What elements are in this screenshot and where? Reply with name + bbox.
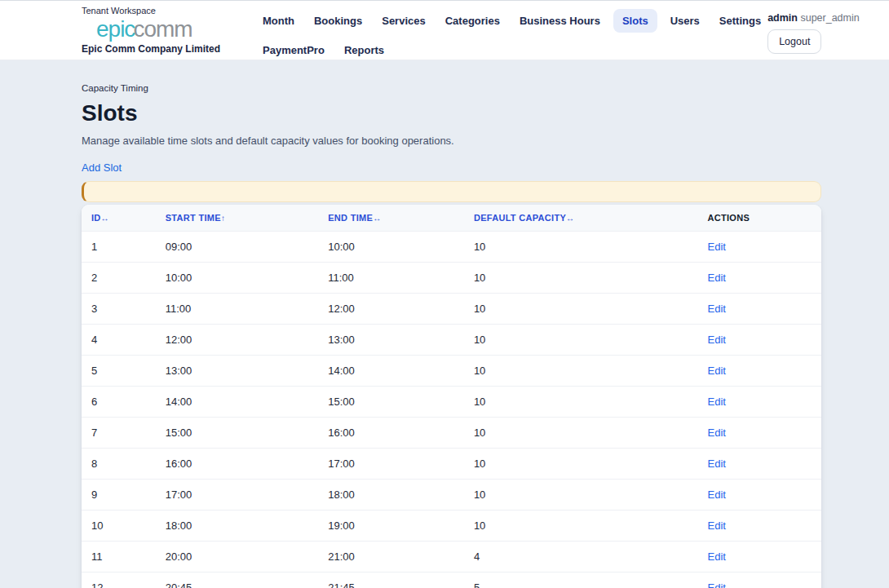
cell-capacity: 10 [464,263,698,294]
table-row: 1120:0021:004Edit [82,542,821,573]
cell-id: 9 [82,480,156,511]
nav-row-2: PaymentProReports [256,38,767,62]
cell-end: 13:00 [318,325,464,356]
user-role: super_admin [800,12,859,24]
cell-actions: Edit [698,387,822,418]
cell-capacity: 10 [464,480,698,511]
table-row: 715:0016:0010Edit [82,418,821,449]
edit-slot-link[interactable]: Edit [708,365,726,377]
table-row: 412:0013:0010Edit [82,325,821,356]
nav-item-settings[interactable]: Settings [713,9,767,33]
slots-table-card: ID↔START TIME↑END TIME↔DEFAULT CAPACITY↔… [82,205,821,588]
cell-end: 11:00 [318,263,464,294]
cell-end: 10:00 [318,232,464,263]
column-header-default-capacity[interactable]: DEFAULT CAPACITY↔ [464,205,698,232]
edit-slot-link[interactable]: Edit [708,581,726,588]
logo-part-teal: epic [96,16,135,42]
nav-row-1: MonthBookingsServicesCategoriesBusiness … [256,9,767,33]
edit-slot-link[interactable]: Edit [708,427,726,439]
cell-id: 7 [82,418,156,449]
cell-id: 4 [82,325,156,356]
cell-start: 14:00 [156,387,319,418]
cell-end: 12:00 [318,294,464,325]
cell-start: 15:00 [156,418,319,449]
page-description: Manage available time slots and default … [82,135,821,147]
cell-start: 20:00 [156,542,319,573]
cell-capacity: 10 [464,325,698,356]
top-header: Tenant Workspace epiccomm Epic Comm Comp… [0,0,889,60]
cell-end: 14:00 [318,356,464,387]
cell-id: 12 [82,573,156,588]
cell-end: 16:00 [318,418,464,449]
page-title: Slots [82,100,821,126]
cell-id: 11 [82,542,156,573]
cell-id: 8 [82,449,156,480]
nav-item-reports[interactable]: Reports [338,38,391,62]
column-header-end-time[interactable]: END TIME↔ [318,205,464,232]
add-slot-link[interactable]: Add Slot [82,161,122,174]
cell-capacity: 10 [464,294,698,325]
cell-actions: Edit [698,542,822,573]
cell-start: 20:45 [156,573,319,588]
workspace-label: Tenant Workspace [82,6,237,15]
nav-item-services[interactable]: Services [375,9,432,33]
edit-slot-link[interactable]: Edit [708,334,726,346]
edit-slot-link[interactable]: Edit [708,241,726,253]
table-row: 1018:0019:0010Edit [82,511,821,542]
logout-button[interactable]: Logout [767,29,821,54]
sort-ascending-icon: ↑ [221,214,225,223]
main-nav: MonthBookingsServicesCategoriesBusiness … [237,1,767,68]
table-row: 917:0018:0010Edit [82,480,821,511]
cell-capacity: 10 [464,418,698,449]
cell-capacity: 10 [464,232,698,263]
cell-capacity: 5 [464,573,698,588]
cell-end: 17:00 [318,449,464,480]
cell-actions: Edit [698,263,822,294]
edit-slot-link[interactable]: Edit [708,489,726,501]
nav-item-business-hours[interactable]: Business Hours [513,9,607,33]
user-name: admin [767,12,798,24]
sort-toggle-icon: ↔ [566,214,574,223]
nav-item-month[interactable]: Month [256,9,301,33]
column-header-start-time[interactable]: START TIME↑ [156,205,319,232]
cell-id: 2 [82,263,156,294]
edit-slot-link[interactable]: Edit [708,458,726,470]
table-header-row: ID↔START TIME↑END TIME↔DEFAULT CAPACITY↔… [82,205,821,232]
edit-slot-link[interactable]: Edit [708,550,726,563]
cell-actions: Edit [698,294,822,325]
nav-item-bookings[interactable]: Bookings [307,9,369,33]
cell-start: 18:00 [156,511,319,542]
logo-part-gray: comm [133,16,192,42]
table-row: 311:0012:0010Edit [82,294,821,325]
cell-capacity: 4 [464,542,698,573]
cell-capacity: 10 [464,511,698,542]
nav-item-paymentpro[interactable]: PaymentPro [256,38,331,62]
cell-end: 15:00 [318,387,464,418]
table-row: 109:0010:0010Edit [82,232,821,263]
nav-item-users[interactable]: Users [664,9,706,33]
edit-slot-link[interactable]: Edit [708,519,726,532]
edit-slot-link[interactable]: Edit [708,303,726,315]
cell-start: 16:00 [156,449,319,480]
table-row: 816:0017:0010Edit [82,449,821,480]
cell-id: 1 [82,232,156,263]
cell-actions: Edit [698,356,822,387]
cell-capacity: 10 [464,449,698,480]
sort-toggle-icon: ↔ [101,214,109,223]
slot-filter-input[interactable] [82,181,821,202]
cell-id: 5 [82,356,156,387]
cell-id: 6 [82,387,156,418]
edit-slot-link[interactable]: Edit [708,396,726,408]
column-header-id[interactable]: ID↔ [82,205,156,232]
nav-item-slots[interactable]: Slots [613,9,657,33]
cell-capacity: 10 [464,356,698,387]
main-content: Capacity Timing Slots Manage available t… [0,60,889,588]
cell-capacity: 10 [464,387,698,418]
brand-block: Tenant Workspace epiccomm Epic Comm Comp… [82,1,237,55]
cell-end: 19:00 [318,511,464,542]
slots-table-body: 109:0010:0010Edit210:0011:0010Edit311:00… [82,232,821,588]
table-row: 1220:4521:455Edit [82,573,821,588]
slots-table-head: ID↔START TIME↑END TIME↔DEFAULT CAPACITY↔… [82,205,821,232]
nav-item-categories[interactable]: Categories [439,9,506,33]
edit-slot-link[interactable]: Edit [708,272,726,284]
